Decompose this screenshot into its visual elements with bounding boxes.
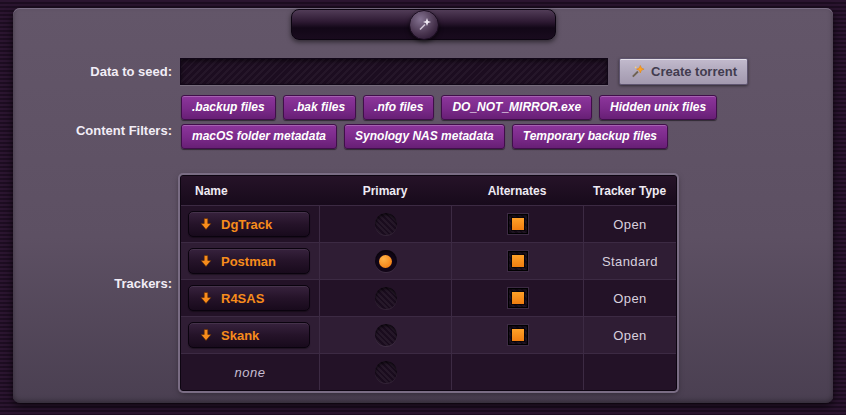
trackers-label: Trackers: xyxy=(0,276,172,291)
data-to-seed-input[interactable] xyxy=(180,58,608,85)
primary-cell xyxy=(319,354,451,390)
content-filter-chip[interactable]: Hidden unix files xyxy=(599,95,717,120)
content-filter-chip[interactable]: .bak files xyxy=(283,95,356,120)
primary-radio[interactable] xyxy=(375,250,397,272)
tracker-type-label: Standard xyxy=(602,254,658,269)
download-arrow-icon xyxy=(199,291,213,305)
primary-cell xyxy=(319,206,451,242)
tracker-name-label: Postman xyxy=(221,254,276,269)
tracker-name-cell: R4SAS xyxy=(181,280,319,316)
table-row: Skank Open xyxy=(181,316,676,353)
trackers-table-header: Name Primary Alternates Tracker Type xyxy=(181,176,676,205)
checkbox-fill-icon xyxy=(512,329,524,341)
content-filter-chip[interactable]: macOS folder metadata xyxy=(181,124,337,149)
trackers-table-body: DgTrack Open Postman xyxy=(181,205,676,390)
alternates-cell xyxy=(451,317,583,353)
tracker-type-label: Open xyxy=(613,291,646,306)
alternates-cell xyxy=(451,243,583,279)
tracker-type-cell: Standard xyxy=(583,243,676,279)
tracker-name-button[interactable]: Skank xyxy=(188,322,310,348)
tracker-name-button[interactable]: DgTrack xyxy=(188,211,310,237)
tracker-none-label: none xyxy=(235,365,266,380)
alternates-cell xyxy=(451,206,583,242)
content-filters-label: Content Filters: xyxy=(0,123,172,138)
create-torrent-label: Create torrent xyxy=(651,64,737,79)
primary-cell xyxy=(319,243,451,279)
primary-cell xyxy=(319,317,451,353)
tracker-type-label: Open xyxy=(613,328,646,343)
download-arrow-icon xyxy=(199,328,213,342)
tracker-type-cell xyxy=(583,354,676,390)
download-arrow-icon xyxy=(199,217,213,231)
table-row: R4SAS Open xyxy=(181,279,676,316)
content-filter-chip[interactable]: Synology NAS metadata xyxy=(344,124,505,149)
create-torrent-button[interactable]: Create torrent xyxy=(619,58,748,85)
torrent-creator-window: Data to seed: Create torrent Content Fil… xyxy=(0,0,846,415)
alternates-cell xyxy=(451,354,583,390)
tracker-name-button[interactable]: R4SAS xyxy=(188,285,310,311)
table-column-header: Primary xyxy=(319,184,451,198)
tracker-type-cell: Open xyxy=(583,280,676,316)
checkbox-fill-icon xyxy=(512,292,524,304)
tracker-type-cell: Open xyxy=(583,206,676,242)
checkbox-fill-icon xyxy=(512,218,524,230)
content-filter-chip[interactable]: .nfo files xyxy=(363,95,434,120)
checkbox-fill-icon xyxy=(512,255,524,267)
content-filters-list: .backup files .bak files .nfo files DO_N… xyxy=(181,95,721,149)
tracker-name-cell: Postman xyxy=(181,243,319,279)
alternates-checkbox[interactable] xyxy=(508,288,528,308)
alternates-checkbox[interactable] xyxy=(508,325,528,345)
download-arrow-icon xyxy=(199,254,213,268)
tracker-name-cell: Skank xyxy=(181,317,319,353)
header-tab[interactable] xyxy=(291,9,556,40)
data-to-seed-label: Data to seed: xyxy=(0,64,172,79)
magic-wand-icon xyxy=(630,64,645,79)
primary-radio[interactable] xyxy=(375,213,397,235)
tracker-name-button[interactable]: Postman xyxy=(188,248,310,274)
table-column-header: Tracker Type xyxy=(583,184,676,198)
primary-radio[interactable] xyxy=(375,324,397,346)
table-row: DgTrack Open xyxy=(181,205,676,242)
tracker-name-label: Skank xyxy=(221,328,259,343)
trackers-table: Name Primary Alternates Tracker Type DgT… xyxy=(180,175,677,391)
primary-radio[interactable] xyxy=(375,361,397,383)
magic-wand-icon xyxy=(409,10,439,40)
primary-cell xyxy=(319,280,451,316)
alternates-checkbox[interactable] xyxy=(508,214,528,234)
tracker-name-cell: none xyxy=(181,354,319,390)
tracker-name-label: R4SAS xyxy=(221,291,264,306)
tracker-type-cell: Open xyxy=(583,317,676,353)
content-filter-chip[interactable]: DO_NOT_MIRROR.exe xyxy=(441,95,592,120)
table-column-header: Name xyxy=(181,184,319,198)
content-filter-chip[interactable]: .backup files xyxy=(181,95,276,120)
table-row: Postman Standard xyxy=(181,242,676,279)
alternates-cell xyxy=(451,280,583,316)
tracker-name-cell: DgTrack xyxy=(181,206,319,242)
content-filter-chip[interactable]: Temporary backup files xyxy=(512,124,668,149)
tracker-name-label: DgTrack xyxy=(221,217,272,232)
table-row: none xyxy=(181,353,676,390)
tracker-type-label: Open xyxy=(613,217,646,232)
primary-radio[interactable] xyxy=(375,287,397,309)
table-column-header: Alternates xyxy=(451,184,583,198)
alternates-checkbox[interactable] xyxy=(508,251,528,271)
